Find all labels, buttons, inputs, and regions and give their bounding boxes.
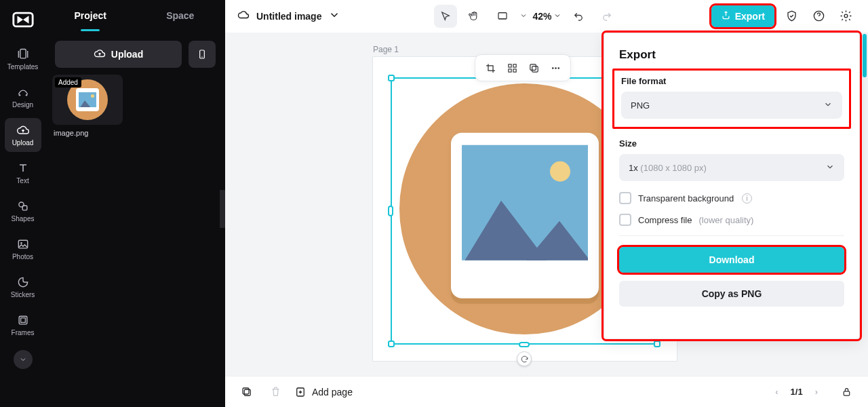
transparent-bg-checkbox[interactable] (619, 192, 631, 204)
project-title[interactable]: Untitled image (256, 11, 321, 22)
cloud-upload-icon (94, 47, 106, 62)
svg-point-22 (555, 67, 557, 69)
resize-handle[interactable] (388, 341, 395, 347)
tab-project[interactable]: Project (45, 0, 136, 31)
vertical-scrollbar[interactable] (863, 33, 867, 376)
more-options-button[interactable] (546, 58, 565, 77)
delete-page-button (266, 383, 285, 402)
zoom-value[interactable]: 42% (533, 11, 552, 22)
resize-handle[interactable] (388, 206, 393, 216)
title-dropdown-icon[interactable] (328, 9, 340, 23)
export-button-label: Export (735, 11, 765, 22)
sidebar-item-label: Upload (12, 139, 34, 147)
add-page-label: Add page (312, 387, 353, 398)
tab-label: Project (75, 10, 106, 21)
size-prefix: 1x (629, 163, 638, 173)
tab-space[interactable]: Space (136, 0, 226, 31)
copy-button-label: Copy as PNG (702, 288, 762, 299)
sidebar-item-text[interactable]: Text (5, 156, 41, 190)
sidebar-item-upload[interactable]: Upload (5, 118, 41, 152)
sidebar-item-photos[interactable]: Photos (5, 232, 41, 266)
sidebar-item-templates[interactable]: Templates (5, 42, 41, 76)
next-page-button[interactable]: › (811, 384, 822, 400)
svg-rect-17 (508, 69, 511, 71)
sidebar-item-label: Text (16, 177, 28, 185)
svg-point-21 (551, 67, 553, 69)
svg-point-11 (201, 56, 202, 57)
tool-hand-button[interactable] (462, 5, 486, 28)
floating-image-toolbar (475, 54, 571, 81)
download-button[interactable]: Download (619, 247, 844, 273)
svg-rect-15 (508, 64, 511, 66)
svg-rect-25 (243, 388, 249, 394)
sidebar-more-button[interactable] (14, 350, 33, 369)
rotate-handle[interactable] (517, 351, 532, 366)
svg-rect-19 (532, 66, 538, 72)
undo-button[interactable] (567, 5, 590, 28)
duplicate-button[interactable] (524, 58, 543, 77)
compress-label: Compress file (638, 215, 692, 225)
file-format-value: PNG (631, 100, 650, 111)
remove-bg-button[interactable] (502, 58, 521, 77)
export-icon (721, 10, 731, 22)
upload-button-label: Upload (111, 49, 143, 60)
svg-rect-16 (513, 64, 515, 66)
tab-label: Space (166, 10, 194, 21)
help-icon[interactable] (808, 6, 829, 26)
page-indicator: 1/1 (791, 387, 803, 397)
download-button-label: Download (709, 254, 755, 265)
file-format-dropdown[interactable]: PNG (621, 92, 842, 119)
asset-thumbnail[interactable]: Added (52, 75, 123, 125)
lock-button[interactable] (837, 383, 856, 402)
svg-point-7 (20, 242, 22, 244)
add-page-button[interactable]: Add page (294, 386, 353, 398)
chevron-down-icon (823, 100, 833, 111)
sidebar-item-label: Templates (7, 63, 39, 71)
divider (619, 235, 844, 236)
size-label: Size (619, 138, 844, 149)
device-upload-button[interactable] (189, 41, 216, 68)
sidebar-item-stickers[interactable]: Stickers (5, 270, 41, 304)
sidebar-item-frames[interactable]: Frames (5, 308, 41, 342)
tool-select-button[interactable] (434, 5, 457, 28)
resize-handle[interactable] (654, 341, 660, 347)
svg-point-3 (25, 94, 27, 96)
resize-handle[interactable] (388, 75, 395, 81)
asset-badge: Added (55, 77, 81, 88)
file-format-label: File format (621, 76, 842, 86)
tool-artboard-button[interactable] (491, 5, 514, 28)
chevron-down-icon (825, 162, 835, 174)
svg-rect-27 (844, 391, 850, 395)
sidebar-item-label: Photos (12, 253, 33, 260)
asset-item[interactable]: Added image.png (52, 75, 123, 137)
svg-point-2 (18, 94, 20, 96)
compress-checkbox[interactable] (619, 214, 631, 226)
sidebar-item-label: Shapes (12, 215, 35, 222)
svg-rect-1 (20, 50, 25, 58)
chevron-down-icon[interactable] (519, 10, 528, 22)
export-panel-title: Export (619, 48, 844, 62)
size-dropdown[interactable]: 1x (1080 x 1080 px) (619, 154, 844, 181)
size-dimensions: (1080 x 1080 px) (640, 163, 707, 173)
prev-page-button[interactable]: ‹ (771, 384, 782, 400)
transparent-bg-label: Transparent background (638, 193, 734, 204)
crop-button[interactable] (481, 58, 500, 77)
resize-handle[interactable] (519, 342, 530, 347)
upload-button[interactable]: Upload (55, 41, 182, 68)
svg-point-14 (844, 14, 848, 18)
svg-rect-8 (19, 316, 27, 324)
copy-as-png-button[interactable]: Copy as PNG (619, 281, 844, 307)
app-logo[interactable] (12, 8, 35, 31)
gear-icon[interactable] (835, 6, 856, 26)
info-icon[interactable]: i (742, 193, 752, 204)
duplicate-page-button[interactable] (237, 383, 256, 402)
export-button[interactable]: Export (711, 5, 774, 27)
shield-icon[interactable] (781, 6, 802, 26)
chevron-down-icon[interactable] (553, 11, 561, 22)
sidebar-item-design[interactable]: Design (5, 80, 41, 114)
sidebar-item-shapes[interactable]: Shapes (5, 194, 41, 228)
compress-note: (lower quality) (698, 215, 753, 225)
redo-button[interactable] (595, 5, 618, 28)
svg-rect-9 (20, 318, 25, 323)
cloud-save-icon (237, 9, 250, 23)
